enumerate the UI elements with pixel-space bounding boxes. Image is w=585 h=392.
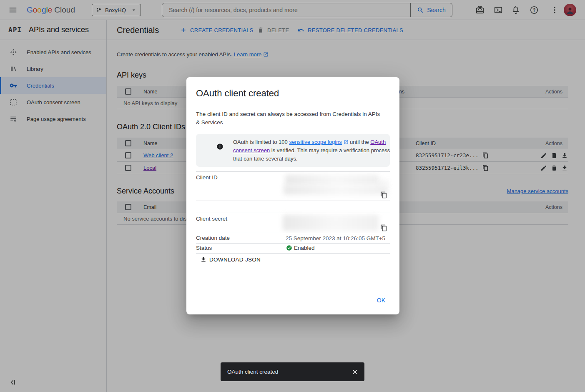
copy-client-id-icon[interactable]	[380, 191, 387, 199]
download-json-label: DOWNLOAD JSON	[209, 256, 261, 263]
notice-mid: until the	[349, 139, 371, 145]
client-id-redacted-value	[285, 175, 379, 186]
client-id-redacted-value	[284, 185, 388, 195]
divider	[196, 171, 390, 172]
download-json-button[interactable]: DOWNLOAD JSON	[200, 256, 261, 263]
creation-date-value: 25 September 2023 at 10:26:05 GMT+5	[286, 235, 385, 241]
divider	[196, 243, 390, 244]
client-id-label: Client ID	[196, 174, 218, 181]
divider	[196, 201, 390, 201]
check-circle-icon	[286, 245, 292, 251]
info-icon	[216, 143, 223, 150]
download-icon	[200, 256, 207, 263]
client-secret-redacted-value	[283, 215, 379, 231]
close-icon[interactable]	[351, 368, 359, 376]
sensitive-scope-logins-link[interactable]: sensitive scope logins	[289, 139, 341, 145]
notice-pre: OAuth is limited to 100	[233, 139, 289, 145]
status-value-wrap: Enabled	[286, 245, 315, 251]
dialog-body-text: The client ID and secret can always be a…	[196, 110, 384, 127]
oauth-client-created-dialog: OAuth client created The client ID and s…	[186, 77, 399, 314]
copy-client-secret-icon[interactable]	[380, 224, 387, 231]
notice-box: OAuth is limited to 100 sensitive scope …	[196, 134, 390, 167]
creation-date-label: Creation date	[196, 235, 230, 241]
snackbar-message: OAuth client created	[227, 369, 351, 375]
divider	[196, 233, 390, 233]
client-id-redacted-value	[379, 180, 388, 186]
status-value: Enabled	[294, 245, 315, 251]
status-label: Status	[196, 245, 212, 251]
divider	[196, 253, 390, 254]
ok-button[interactable]: OK	[374, 295, 389, 305]
external-link-icon	[344, 140, 349, 145]
divider	[196, 213, 390, 213]
notice-text: OAuth is limited to 100 sensitive scope …	[233, 138, 393, 163]
snackbar: OAuth client created	[221, 362, 364, 381]
client-secret-label: Client secret	[196, 216, 227, 222]
dialog-title: OAuth client created	[196, 88, 279, 99]
